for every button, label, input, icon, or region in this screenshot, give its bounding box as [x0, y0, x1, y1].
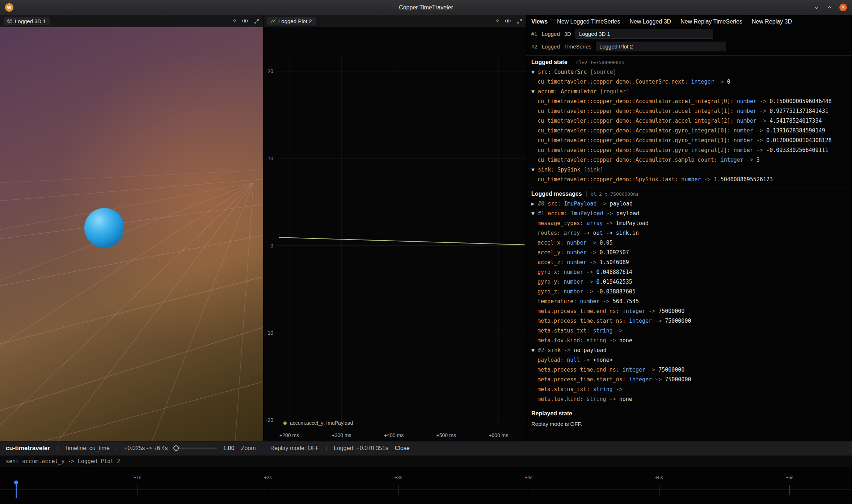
state-field-row: cu_timetraveler::copper_demo::Accumulato… — [526, 106, 852, 116]
panel-3d-title-chip[interactable]: Logged 3D 1 — [4, 17, 50, 25]
window-controls: ✕ — [813, 4, 847, 11]
message-node-row[interactable]: ▶ #0 src: ImuPayload -> payload — [526, 199, 852, 209]
replayed-state-header: Replayed state — [526, 407, 852, 419]
message-node-row[interactable]: ▼ #1 accum: ImuPayload -> payload — [526, 209, 852, 219]
message-field-row: meta.process_time.end_ns: integer -> 750… — [526, 365, 852, 375]
views-action-button[interactable]: New Replay TimeSeries — [680, 18, 742, 25]
panel-plot-title: Logged Plot 2 — [278, 18, 312, 24]
view-type: TimeSeries — [564, 43, 591, 50]
state-field-row: cu_timetraveler::copper_demo::Accumulato… — [526, 126, 852, 136]
timeline-clock-label: Timeline: cu_time — [64, 445, 110, 452]
close-window-button[interactable]: ✕ — [839, 4, 847, 11]
message-field-row: temperature: number -> 568.7545 — [526, 297, 852, 306]
plot-canvas[interactable]: 20100-10-20 +200 ms+300 ms+400 ms+500 ms… — [263, 27, 526, 441]
timeline-tick-mark — [659, 485, 659, 495]
timeline-tick-label: +5s — [655, 475, 663, 480]
y-tick-label: 10 — [267, 156, 273, 161]
chevron-up-icon[interactable] — [826, 4, 833, 11]
viewport-3d[interactable] — [0, 27, 263, 441]
view-row-2: #2 Logged TimeSeries — [526, 40, 852, 53]
message-field-row: accel_x: number -> 0.05 — [526, 238, 852, 248]
state-node-row[interactable]: ▼ sink: SpySink [sink] — [526, 165, 852, 175]
logged-messages-tree: ▶ #0 src: ImuPayload -> payload▼ #1 accu… — [526, 199, 852, 404]
cube-icon — [7, 18, 12, 24]
separator: | — [116, 445, 118, 452]
views-actions: New Logged TimeSeriesNew Logged 3DNew Re… — [557, 18, 792, 25]
section-clock: cl=2 t=75000000ns — [572, 60, 624, 65]
y-tick-label: 20 — [267, 68, 273, 74]
timeline-playhead[interactable] — [16, 481, 17, 498]
maximize-icon[interactable] — [517, 18, 522, 24]
status-log-line: sent accum.accel_y -> Logged Plot 2 — [0, 455, 852, 467]
sphere-object — [84, 208, 124, 248]
state-field-row: cu_timetraveler::copper_demo::Accumulato… — [526, 136, 852, 145]
section-title: Logged state — [531, 59, 568, 65]
message-field-row: gyro_z: number -> -0.038887605 — [526, 287, 852, 297]
separator: | — [262, 445, 264, 452]
message-field-row: gyro_x: number -> 0.048887614 — [526, 267, 852, 277]
replay-status-text: Replay mode is OFF. — [526, 419, 852, 429]
panel-logged-3d: Logged 3D 1 ? — [0, 15, 263, 441]
state-node-row[interactable]: ▼ accum: Accumulator [regular] — [526, 87, 852, 97]
y-tick-label: -10 — [266, 330, 273, 336]
message-field-row: message_types: array -> ImuPayload — [526, 219, 852, 228]
eye-icon[interactable] — [242, 18, 248, 24]
y-tick-label: 0 — [270, 243, 273, 249]
section-title: Replayed state — [531, 410, 572, 417]
timeline-scrubber[interactable]: +1s+2s+3s+4s+5s+6s — [0, 467, 852, 504]
view-row-1: #1 Logged 3D — [526, 27, 852, 40]
state-field-row: cu_timetraveler::copper_demo::Accumulato… — [526, 155, 852, 165]
timeline-tick-label: +2s — [264, 475, 271, 480]
section-title: Logged messages — [531, 191, 582, 197]
window-title: Copper TimeTraveler — [0, 4, 852, 11]
playhead-dot — [14, 480, 18, 484]
zoom-slider-thumb[interactable] — [173, 445, 179, 451]
legend-dot — [283, 422, 287, 425]
zoom-value: 1.00 — [223, 445, 235, 452]
legend-label: accum.accel_y: ImuPayload — [290, 420, 353, 426]
maximize-icon[interactable] — [254, 18, 260, 24]
timeline-tick-mark — [138, 485, 138, 495]
timeline-tick-mark — [398, 485, 398, 495]
view-type: 3D — [564, 31, 571, 37]
views-action-button[interactable]: New Replay 3D — [752, 18, 792, 25]
panel-plot-title-chip[interactable]: Logged Plot 2 — [267, 17, 316, 25]
state-field-row: cu_timetraveler::copper_demo::Accumulato… — [526, 116, 852, 126]
state-field-row: cu_timetraveler::copper_demo::SpySink.la… — [526, 175, 852, 185]
panel-3d-header: Logged 3D 1 ? — [0, 15, 263, 27]
help-button[interactable]: ? — [233, 18, 236, 24]
logged-state-tree: ▼ src: CounterSrc [source]cu_timetravele… — [526, 67, 852, 185]
chevron-down-icon[interactable] — [813, 4, 820, 11]
replay-mode-label[interactable]: Replay mode: OFF — [270, 445, 319, 452]
timeline-tick-mark — [529, 485, 529, 495]
timeline-tick-label: +4s — [525, 475, 532, 480]
eye-icon[interactable] — [505, 18, 511, 24]
message-field-row: accel_z: number -> 1.5046089 — [526, 258, 852, 267]
view-index: #2 — [531, 43, 537, 50]
message-field-row: meta.tov.kind: string -> none — [526, 336, 852, 346]
message-node-row[interactable]: ▼ #2 sink -> no payload — [526, 346, 852, 355]
views-action-button[interactable]: New Logged TimeSeries — [557, 18, 620, 25]
bottom-control-bar: cu-timetraveler | Timeline: cu_time | +0… — [0, 441, 852, 455]
x-tick-label: +400 ms — [384, 432, 404, 438]
timeline-tick-mark — [789, 485, 790, 495]
zoom-slider[interactable] — [174, 448, 217, 449]
x-tick-label: +500 ms — [436, 432, 456, 438]
section-clock: cl=2 t=75000000ns — [586, 191, 639, 197]
state-node-row[interactable]: ▼ src: CounterSrc [source] — [526, 67, 852, 77]
y-tick-label: -20 — [266, 417, 273, 423]
logged-messages-header: Logged messages cl=2 t=75000000ns — [526, 187, 852, 199]
timeline-axis — [0, 490, 852, 490]
timeline-tick-mark — [268, 485, 268, 495]
view-kind: Logged — [542, 43, 560, 50]
x-tick-label: +200 ms — [279, 432, 299, 438]
ground-grid — [0, 27, 263, 441]
views-action-button[interactable]: New Logged 3D — [629, 18, 671, 25]
close-button[interactable]: Close — [395, 445, 410, 452]
view-name-input[interactable] — [596, 42, 726, 51]
panel-inspector: Views New Logged TimeSeriesNew Logged 3D… — [526, 15, 852, 441]
view-name-input[interactable] — [575, 29, 713, 39]
help-button[interactable]: ? — [496, 18, 499, 24]
message-field-row: accel_y: number -> 0.3092507 — [526, 248, 852, 258]
x-tick-label: +300 ms — [332, 432, 351, 438]
